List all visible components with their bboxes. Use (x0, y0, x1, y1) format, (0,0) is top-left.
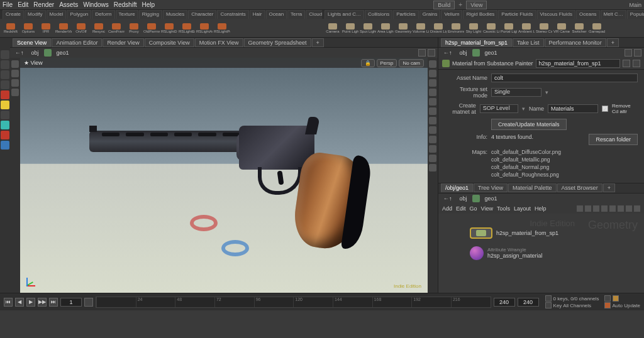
net-icon-1[interactable] (577, 205, 583, 212)
tool-misc[interactable] (1, 141, 9, 150)
param-path-arrow-icon[interactable]: ←↑ (441, 50, 455, 56)
shelf-tool[interactable]: Proxy (126, 20, 142, 36)
param-pin-icon[interactable] (625, 49, 632, 57)
shelf-tool[interactable]: RSLightEnv (179, 20, 195, 36)
shelf-tool[interactable]: On/Off (73, 20, 89, 36)
network-canvas[interactable]: Indie Edition Geometry h2sp_material_fro… (438, 214, 644, 293)
vp-display-11[interactable] (429, 155, 436, 162)
vp-tool-3[interactable] (11, 79, 19, 87)
net-icon-6[interactable] (618, 205, 624, 212)
desktop-selector[interactable]: Build (433, 1, 455, 9)
menu-render[interactable]: Render (33, 1, 54, 8)
viewpoint-label[interactable]: ★ View (24, 60, 43, 66)
tool-select[interactable] (1, 50, 9, 59)
vp-tool-2[interactable] (11, 70, 19, 77)
net-path-arrow-icon[interactable]: ←↑ (441, 195, 455, 202)
shelf-tab[interactable]: Oceans (576, 10, 600, 19)
remove-cd-checkbox[interactable]: ✓ (602, 106, 608, 112)
shelf-tool[interactable]: Volume Light (413, 20, 429, 36)
shelf-tool[interactable]: Options (20, 20, 36, 36)
shelf-tab[interactable]: Vellum (441, 10, 462, 19)
shelf-tab[interactable]: Particle Fluids (498, 10, 536, 19)
auto-update-label[interactable]: Auto Update (613, 303, 640, 308)
gear-icon[interactable] (623, 60, 630, 67)
shelf-tool[interactable]: OldParms (143, 20, 160, 36)
shelf-tool[interactable]: RSLightArea (196, 20, 213, 36)
path-history-icon[interactable] (418, 49, 426, 57)
net-icon-8[interactable] (634, 205, 640, 212)
shelf-tool[interactable]: Area Light (377, 20, 394, 36)
shelf-tab[interactable]: Lights and C… (325, 10, 364, 19)
vp-display-8[interactable] (429, 126, 436, 134)
keys-flag-icon[interactable] (545, 295, 552, 302)
lock-icon[interactable] (604, 295, 611, 302)
net-menu-view[interactable]: View (481, 205, 493, 212)
tool-scale[interactable] (1, 101, 9, 109)
path-pin-icon[interactable] (428, 49, 435, 57)
range-end-field[interactable] (518, 298, 539, 307)
shelf-tool[interactable]: RSLightPortal (214, 20, 230, 36)
net-path-node[interactable]: geo1 (482, 195, 500, 202)
help-icon[interactable] (633, 60, 640, 67)
tool-construction[interactable] (1, 121, 9, 129)
rescan-folder-button[interactable]: Rescan folder (589, 134, 638, 145)
auto-update-indicator-icon[interactable] (604, 302, 611, 308)
pane-tab[interactable]: Geometry Spreadsheet (244, 38, 311, 47)
shelf-tab[interactable]: Rigid Bodies (463, 10, 497, 19)
shelf-tab[interactable]: Terra (287, 10, 305, 19)
path-arrow-icon[interactable]: ←↑ (13, 50, 26, 56)
play-last-button[interactable]: ⏭ (49, 298, 58, 307)
shelf-tab[interactable]: Grains (419, 10, 441, 19)
shelf-tool[interactable]: Camera (325, 20, 341, 36)
net-menu-add[interactable]: Add (442, 205, 452, 212)
pane-tab[interactable]: Performance Monitor (545, 38, 606, 47)
node-h2sp-material[interactable]: h2sp_material_from_sp1 (470, 227, 558, 239)
shelf-tool[interactable]: Resync (91, 20, 107, 36)
pane-tab[interactable]: Composite View (145, 38, 194, 47)
tool-move[interactable] (1, 80, 9, 89)
menu-file[interactable]: File (3, 1, 13, 8)
vp-display-9[interactable] (429, 136, 436, 143)
net-menu-layout[interactable]: Layout (514, 205, 531, 212)
path-root[interactable]: obj (29, 50, 42, 56)
revolver-model[interactable] (89, 108, 366, 253)
vp-display-10[interactable] (429, 145, 436, 153)
shelf-tab[interactable]: Melt C… (601, 10, 626, 19)
vp-display-12[interactable] (429, 164, 436, 172)
vp-display-3[interactable] (429, 79, 436, 87)
menu-edit[interactable]: Edit (18, 1, 28, 8)
net-path-root[interactable]: obj (457, 195, 470, 202)
shelf-tool[interactable]: Redshift (3, 20, 19, 36)
net-menu-help[interactable]: Help (535, 205, 547, 212)
shelf-tool[interactable]: Caustic Light (483, 20, 499, 36)
pane-tab[interactable]: Take List (513, 38, 544, 47)
menu-redshift[interactable]: Redshift (114, 1, 137, 8)
shelf-tool[interactable]: RSLightDome (161, 20, 177, 36)
tool-magnet[interactable] (1, 131, 9, 139)
net-menu-edit[interactable]: Edit (456, 205, 466, 212)
tool-snap[interactable] (1, 111, 9, 119)
shelf-tab[interactable]: Hair (250, 10, 265, 19)
shelf-tool[interactable]: Spot Light (360, 20, 376, 36)
shelf-tool[interactable]: Sky Light (465, 20, 482, 36)
shelf-tool[interactable]: Ambient Light (518, 20, 535, 36)
tool-view[interactable] (1, 70, 9, 79)
menu-assets[interactable]: Assets (59, 1, 78, 8)
matnet-name-field[interactable] (548, 104, 598, 113)
shelf-tab[interactable]: Character (188, 10, 216, 19)
pane-tab[interactable]: Animation Editor (52, 38, 102, 47)
operator-name-field[interactable] (536, 59, 620, 68)
viewport[interactable]: ★ View 🔒 Persp No cam (20, 58, 428, 293)
shelf-tool[interactable]: CamFrame (108, 20, 125, 36)
shelf-tool[interactable]: Geometry Light (395, 20, 411, 36)
net-icon-5[interactable] (609, 205, 616, 212)
shelf-tab[interactable]: Rigging (139, 10, 162, 19)
add-tab-button[interactable]: + (607, 38, 619, 47)
pane-tab[interactable]: Motion FX View (195, 38, 243, 47)
param-help-icon[interactable] (634, 49, 641, 57)
shelf-tab[interactable]: Viscous Fluids (537, 10, 575, 19)
shelf-tool[interactable]: Environment Light (448, 20, 464, 36)
add-tab-button[interactable]: + (603, 183, 615, 192)
pane-selector[interactable]: View (466, 1, 487, 9)
pane-tab[interactable]: /obj/geo1 (441, 183, 473, 192)
